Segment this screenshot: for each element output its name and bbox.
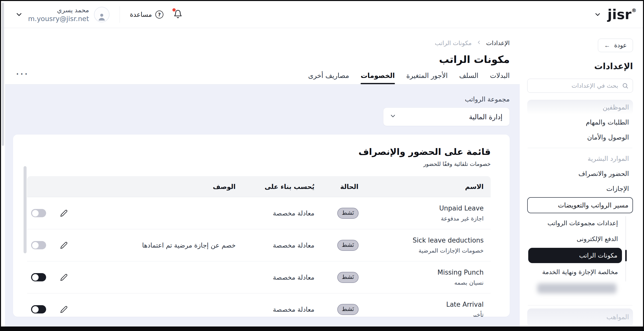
attendance-deductions-card: قائمة على الحضور والإنصراف خصومات تلقائي… xyxy=(13,135,510,317)
row-actions xyxy=(27,241,131,249)
table-row: Late Arrival تأخير نَشط معادلة مخصصة xyxy=(27,293,491,317)
sidebar-title: الإعدادات xyxy=(527,61,633,71)
more-options-button[interactable]: ••• xyxy=(16,71,29,77)
page-scrollbar[interactable] xyxy=(2,3,4,146)
jisr-logo: jisr® xyxy=(607,8,636,21)
sidebar-bottom: المواهب xyxy=(527,302,633,326)
sidebar-subitem-leave-eos-settlement[interactable]: مخالصة الإجازة ونهاية الخدمة xyxy=(527,264,633,280)
sidebar-subitem-electronic-payment[interactable]: الدفع الإلكترونى xyxy=(527,231,633,247)
page-title: مكونات الراتب xyxy=(1,54,510,65)
sidebar-item-access-security[interactable]: الوصول والأمان xyxy=(527,130,633,145)
arrow-left-icon: ← xyxy=(604,42,610,49)
content-area: مجموعة الرواتب إدارة المالية قائمة على ا… xyxy=(1,84,520,326)
settings-search-input[interactable] xyxy=(527,79,633,93)
back-label: عودة xyxy=(614,42,627,49)
topbar-divider xyxy=(120,6,120,23)
row-actions xyxy=(27,209,131,217)
component-basis: معادلة مخصصة xyxy=(243,274,321,281)
main-content: الإعدادات مكونات الراتب مكونات الراتب ال… xyxy=(1,28,520,326)
edit-button[interactable] xyxy=(60,242,68,249)
table-scrollbar[interactable] xyxy=(24,166,27,253)
table-row: Missing Punch نسيان بصمه نَشط معادلة مخص… xyxy=(27,261,491,293)
settings-menu: الموظفين الطلبات والمهام الوصول والأمان … xyxy=(527,100,633,326)
settings-sidebar: عودة ← الإعدادات الموظفين الطلبات والمها… xyxy=(520,28,643,326)
component-basis: معادلة مخصصة xyxy=(243,209,321,217)
component-status: نَشط xyxy=(321,208,366,219)
sidebar-item-talents[interactable]: المواهب xyxy=(527,308,633,326)
component-status: نَشط xyxy=(321,272,366,283)
user-email: m.yousry@jisr.net xyxy=(28,15,89,23)
brand-menu[interactable]: jisr® xyxy=(594,8,636,21)
chevron-down-icon xyxy=(389,113,396,121)
tab-deductions-active[interactable]: الخصومات xyxy=(361,72,395,84)
status-badge: نَشط xyxy=(337,208,359,219)
payroll-submenu: إعدادات مجموعات الرواتب الدفع الإلكترونى… xyxy=(527,215,633,295)
component-status: نَشط xyxy=(321,240,366,251)
tab-other-expenses[interactable]: مصاريف أخرى xyxy=(308,72,349,84)
back-button[interactable]: عودة ← xyxy=(598,39,633,52)
sidebar-divider xyxy=(528,305,632,305)
redacted-menu-item xyxy=(537,283,616,293)
tab-variable-wages[interactable]: الأجور المتغيرة xyxy=(406,72,448,84)
chevron-down-icon xyxy=(594,11,601,18)
component-name: Unpaid Leave اجازة غير مدفوعة xyxy=(366,204,491,222)
body: عودة ← الإعدادات الموظفين الطلبات والمها… xyxy=(1,28,643,326)
tab-allowances[interactable]: البدلات xyxy=(490,72,510,84)
app-root: jisr® ? مساعدة xyxy=(1,1,643,326)
sidebar-subitem-salary-components-active[interactable]: مكونات الراتب xyxy=(528,248,622,263)
table-row: Sick leave deductions خصومات الإجازات ال… xyxy=(27,229,491,261)
edit-button[interactable] xyxy=(60,209,68,217)
sidebar-item-leaves[interactable]: الإجازات xyxy=(527,181,633,196)
payroll-group-value: إدارة المالية xyxy=(469,113,502,121)
user-info: محمد يسري m.yousry@jisr.net xyxy=(28,7,89,23)
enable-toggle[interactable] xyxy=(31,305,46,313)
component-basis: معادلة مخصصة xyxy=(243,242,321,249)
card-title: قائمة على الحضور والإنصراف xyxy=(13,147,510,157)
payroll-group-select[interactable]: إدارة المالية xyxy=(383,107,510,126)
avatar xyxy=(94,7,110,22)
sidebar-item-payroll-compensation[interactable]: مسير الرواتب والتعويضات xyxy=(527,197,633,213)
sidebar-item-employees[interactable]: الموظفين xyxy=(527,100,633,115)
table-header: الاسم الحالة يُحسب بناء على الوصف xyxy=(27,176,491,197)
component-name: Late Arrival تأخير xyxy=(366,301,491,317)
notification-badge xyxy=(172,8,176,12)
card-subtitle: خصومات تلقائية وفقًا للحضور xyxy=(13,161,510,167)
table-row: Unpaid Leave اجازة غير مدفوعة نَشط معادل… xyxy=(27,197,491,229)
notifications-button[interactable] xyxy=(173,10,182,20)
breadcrumb-settings[interactable]: الإعدادات xyxy=(486,40,510,47)
chevron-down-icon xyxy=(15,11,23,19)
sidebar-item-attendance[interactable]: الحضور والانصراف xyxy=(527,166,633,181)
help-button[interactable]: ? مساعدة xyxy=(130,11,163,19)
column-status: الحالة xyxy=(321,183,366,190)
sidebar-item-human-resources[interactable]: الموارد البشرية xyxy=(527,151,633,166)
enable-toggle[interactable] xyxy=(31,273,46,281)
sidebar-item-requests-tasks[interactable]: الطلبات والمهام xyxy=(527,115,633,130)
breadcrumb-salary-components: مكونات الراتب xyxy=(435,40,472,47)
component-name: Missing Punch نسيان بصمه xyxy=(366,269,491,286)
user-menu[interactable]: محمد يسري m.yousry@jisr.net xyxy=(15,7,110,23)
sidebar-subitem-payroll-groups-settings[interactable]: إعدادات مجموعات الرواتب xyxy=(527,215,633,231)
component-basis: معادلة مخصصة xyxy=(243,306,321,313)
window-frame: jisr® ? مساعدة xyxy=(0,0,644,331)
column-basis: يُحسب بناء على xyxy=(243,183,321,190)
status-badge: نَشط xyxy=(337,240,359,251)
enable-toggle[interactable] xyxy=(31,241,46,249)
breadcrumb: الإعدادات مكونات الراتب xyxy=(1,40,510,47)
help-label: مساعدة xyxy=(130,11,152,18)
component-description: خصم عن إجازة مرضية تم اعتمادها xyxy=(131,242,243,249)
question-icon: ? xyxy=(155,11,163,19)
enable-toggle[interactable] xyxy=(31,209,46,217)
page-header: الإعدادات مكونات الراتب مكونات الراتب ال… xyxy=(1,28,520,84)
component-name: Sick leave deductions خصومات الإجازات ال… xyxy=(366,237,491,254)
status-badge: نَشط xyxy=(337,272,359,283)
bell-icon xyxy=(173,15,182,20)
sidebar-divider xyxy=(528,148,632,148)
edit-button[interactable] xyxy=(60,306,68,313)
row-actions xyxy=(27,273,131,281)
edit-button[interactable] xyxy=(60,274,68,281)
top-bar: jisr® ? مساعدة xyxy=(1,1,643,28)
tabs: البدلات السلف الأجور المتغيرة الخصومات م… xyxy=(1,72,510,84)
row-actions xyxy=(27,305,131,313)
search-icon xyxy=(622,82,628,90)
tab-advances[interactable]: السلف xyxy=(459,72,478,84)
